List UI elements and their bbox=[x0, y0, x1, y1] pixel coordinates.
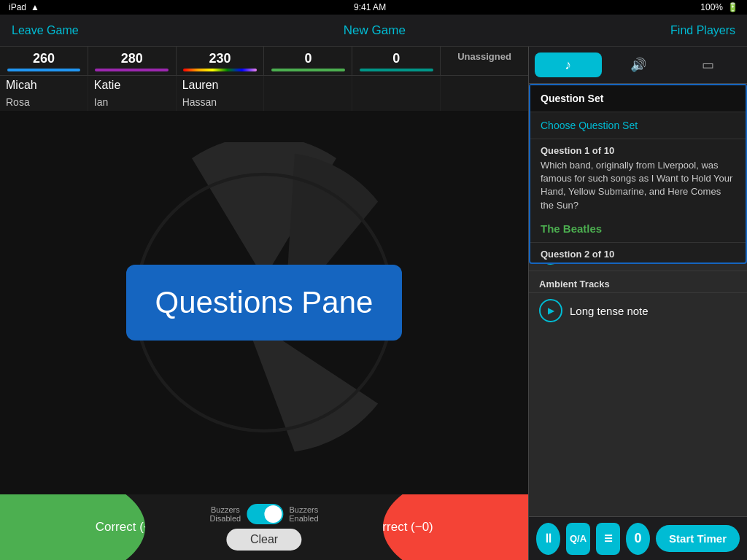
bottom-controls: ⏸ Q/A ☰ 0 Start Timer bbox=[529, 516, 747, 560]
player-col-6 bbox=[441, 76, 528, 111]
question-2-label: Question 2 of 10 bbox=[530, 243, 746, 262]
tab-display[interactable]: ▭ bbox=[674, 52, 741, 77]
player-name-1b: Rosa bbox=[6, 96, 82, 108]
player-name-3b: Hassan bbox=[182, 96, 258, 108]
pause-button[interactable]: ⏸ bbox=[536, 523, 560, 555]
track-item-ambient: ▶ Long tense note bbox=[529, 292, 747, 328]
player-name-2b: Ian bbox=[94, 96, 170, 108]
buzzers-disabled-label: BuzzersDisabled bbox=[209, 505, 241, 523]
find-players-button[interactable]: Find Players bbox=[670, 24, 735, 37]
scores-header: 260 280 230 0 0 Unassigned bbox=[0, 47, 528, 76]
incorrect-label: Incorrect (−0) bbox=[359, 520, 433, 534]
question-1-text: Which band, originally from Liverpool, w… bbox=[530, 158, 746, 219]
score-col-6: Unassigned bbox=[441, 47, 528, 75]
score-value: 0 bbox=[635, 531, 642, 546]
sound-icon: 🔊 bbox=[630, 57, 646, 73]
buzzers-toggle[interactable] bbox=[247, 504, 283, 524]
bottom-center-controls: BuzzersDisabled BuzzersEnabled Clear bbox=[209, 504, 318, 551]
score-value-4: 0 bbox=[304, 51, 311, 66]
questions-pane[interactable]: Questions Pane bbox=[126, 265, 403, 341]
tab-sound[interactable]: 🔊 bbox=[605, 52, 672, 77]
status-right: 100% 🔋 bbox=[700, 2, 738, 12]
score-value-2: 280 bbox=[121, 51, 143, 66]
score-bar-1 bbox=[7, 69, 81, 71]
player-col-1: Micah Rosa bbox=[0, 76, 88, 111]
track-name-ambient: Long tense note bbox=[570, 305, 649, 317]
status-bar: iPad ▲ 9:41 AM 100% 🔋 bbox=[0, 0, 747, 15]
pause-icon: ⏸ bbox=[542, 531, 555, 546]
score-col-4: 0 bbox=[264, 47, 352, 75]
player-col-2: Katie Ian bbox=[88, 76, 177, 111]
play-ambient-button[interactable]: ▶ bbox=[539, 299, 562, 322]
question-set-panel: Question Set Choose Question Set Questio… bbox=[529, 84, 747, 264]
carrier-label: iPad bbox=[9, 2, 26, 12]
score-col-1: 260 bbox=[0, 47, 88, 75]
leave-game-button[interactable]: Leave Game bbox=[12, 24, 79, 37]
player-col-3: Lauren Hassan bbox=[177, 76, 265, 111]
player-col-5 bbox=[352, 76, 441, 111]
player-names: Micah Rosa Katie Ian Lauren Hassan bbox=[0, 76, 528, 111]
score-unassigned: Unassigned bbox=[457, 51, 511, 62]
score-value-3: 230 bbox=[209, 51, 231, 66]
questions-pane-title: Questions Pane bbox=[155, 285, 374, 319]
game-area: Questions Pane bbox=[0, 111, 528, 494]
status-left: iPad ▲ bbox=[9, 2, 39, 12]
wifi-icon: ▲ bbox=[31, 2, 39, 12]
toggle-knob bbox=[264, 505, 282, 523]
display-icon: ▭ bbox=[702, 57, 714, 73]
buzzers-row: BuzzersDisabled BuzzersEnabled bbox=[209, 504, 318, 524]
question-1-label: Question 1 of 10 bbox=[530, 139, 746, 158]
qa-button[interactable]: Q/A bbox=[566, 523, 590, 555]
player-name-2a: Katie bbox=[94, 79, 170, 92]
battery-label: 100% bbox=[700, 2, 723, 12]
player-name-1a: Micah bbox=[6, 79, 82, 92]
clear-button[interactable]: Clear bbox=[227, 529, 301, 551]
ambient-tracks-label: Ambient Tracks bbox=[529, 271, 747, 292]
score-col-3: 230 bbox=[177, 47, 265, 75]
player-col-4 bbox=[264, 76, 352, 111]
score-bar-5 bbox=[360, 69, 433, 71]
choose-question-set-button[interactable]: Choose Question Set bbox=[530, 112, 746, 139]
score-bar-4 bbox=[271, 69, 345, 71]
question-1-answer: The Beatles bbox=[530, 219, 746, 243]
question-set-header: Question Set bbox=[530, 85, 746, 112]
qa-label: Q/A bbox=[570, 533, 587, 544]
score-value-5: 0 bbox=[392, 51, 400, 66]
score-value-1: 260 bbox=[33, 51, 55, 66]
tab-music[interactable]: ♪ bbox=[535, 52, 602, 77]
status-time: 9:41 AM bbox=[354, 2, 386, 12]
new-game-title: New Game bbox=[344, 23, 406, 38]
buzzers-enabled-label: BuzzersEnabled bbox=[289, 505, 318, 523]
correct-label: Correct (+10) bbox=[96, 520, 169, 534]
right-panel: ♪ 🔊 ▭ Current Collection Clouds › Tap to… bbox=[528, 47, 747, 560]
score-col-2: 280 bbox=[88, 47, 177, 75]
right-content: Current Collection Clouds › Tap to chang… bbox=[529, 84, 747, 516]
start-timer-button[interactable]: Start Timer bbox=[656, 525, 740, 552]
battery-icon: 🔋 bbox=[727, 2, 738, 12]
score-col-5: 0 bbox=[352, 47, 441, 75]
nav-bar: Leave Game New Game Find Players bbox=[0, 15, 747, 47]
bottom-bar: Correct (+10) BuzzersDisabled BuzzersEna… bbox=[0, 494, 528, 560]
music-icon: ♪ bbox=[565, 58, 571, 73]
player-name-3a: Lauren bbox=[182, 79, 258, 92]
score-bar-3 bbox=[183, 69, 257, 71]
stack-icon: ☰ bbox=[604, 533, 613, 544]
score-bar-2 bbox=[95, 69, 169, 71]
score-button[interactable]: 0 bbox=[626, 523, 650, 555]
stack-button[interactable]: ☰ bbox=[596, 523, 620, 555]
left-panel: 260 280 230 0 0 Unassigned bbox=[0, 47, 528, 560]
main-layout: 260 280 230 0 0 Unassigned bbox=[0, 47, 747, 560]
tab-bar: ♪ 🔊 ▭ bbox=[529, 47, 747, 84]
